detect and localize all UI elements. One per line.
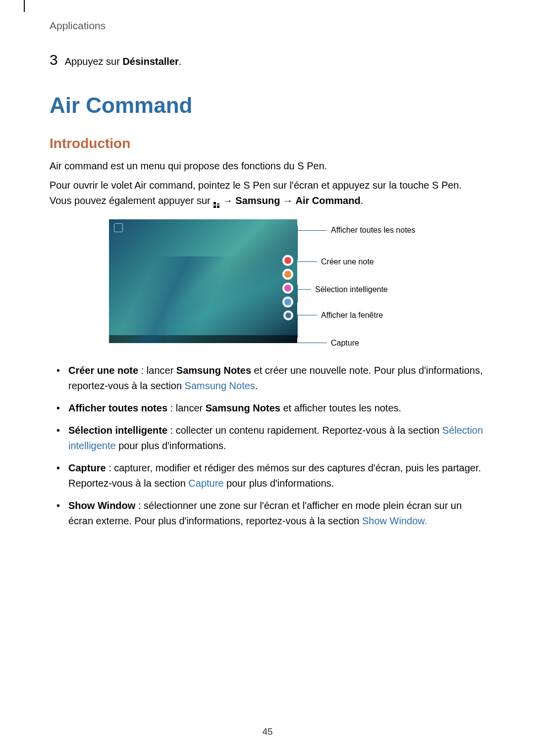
bullet-bold: Afficher toutes notes: [68, 403, 167, 413]
callout-show-window: Afficher la fenêtre: [297, 310, 383, 320]
bullet-bold: Samsung Notes: [176, 365, 251, 376]
step-text: Appuyez sur Désinstaller.: [65, 53, 182, 67]
callout-leader-line: [297, 315, 317, 315]
figure-wrap: Afficher toutes les notes Créer une note…: [109, 219, 426, 343]
fab-smart-select-icon: [282, 283, 293, 294]
callout-leader-line: [297, 343, 327, 343]
intro-p2-end: .: [361, 195, 364, 206]
intro-p2-arrow2: →: [280, 195, 295, 206]
callout-leader-line: [297, 261, 317, 262]
bullet-text: pour plus d'informations.: [116, 440, 226, 451]
bullet-bold: Sélection intelligente: [68, 425, 167, 436]
link-capture[interactable]: Capture: [188, 478, 223, 489]
callout-label: Afficher toutes les notes: [327, 225, 415, 235]
step-prefix: Appuyez sur: [65, 56, 123, 67]
callout-leader-line: [297, 230, 327, 231]
fab-create-note-icon: [282, 255, 293, 266]
fab-all-notes-icon: [282, 269, 293, 280]
step-3: 3 Appuyez sur Désinstaller.: [50, 51, 485, 68]
bullet-text: : lancer: [138, 365, 176, 376]
callout-all-notes: Afficher toutes les notes: [297, 225, 415, 235]
bullet-text: : collecter un contenu rapidement. Repor…: [167, 425, 442, 436]
step-bold: Désinstaller: [122, 56, 178, 67]
bullet-bold: Samsung Notes: [206, 403, 280, 413]
callout-create-note: Créer une note: [297, 257, 374, 266]
callout-label: Afficher la fenêtre: [317, 310, 383, 320]
intro-p2-arrow1: →: [220, 195, 235, 206]
intro-p2-aircommand: Air Command: [296, 195, 361, 206]
callout-label: Capture: [327, 338, 359, 348]
feature-list: Créer une note : lancer Samsung Notes et…: [50, 363, 485, 529]
list-item: Créer une note : lancer Samsung Notes et…: [54, 363, 485, 394]
fab-capture-icon: [283, 310, 293, 320]
list-item: Afficher toutes notes : lancer Samsung N…: [54, 401, 485, 416]
intro-paragraph-2: Pour ouvrir le volet Air command, pointe…: [50, 178, 485, 208]
bullet-text: et afficher toutes les notes.: [280, 403, 401, 413]
step-suffix: .: [179, 56, 182, 67]
heading-introduction: Introduction: [50, 136, 485, 151]
step-number: 3: [50, 51, 58, 68]
link-show-window[interactable]: Show Window.: [362, 515, 427, 526]
bullet-bold: Créer une note: [68, 365, 138, 376]
apps-grid-icon: [214, 202, 219, 208]
fab-show-window-icon: [282, 297, 293, 307]
list-item: Capture : capturer, modifier et rédiger …: [54, 460, 485, 491]
bullet-bold: Capture: [68, 462, 106, 473]
page-content: Applications 3 Appuyez sur Désinstaller.…: [0, 0, 535, 565]
bullet-text: : lancer: [167, 403, 206, 413]
bullet-bold: Show Window: [68, 500, 135, 511]
widget-icon: [114, 223, 123, 232]
page-tab-marker: [24, 0, 25, 12]
bullet-text: .: [255, 380, 258, 391]
list-item: Show Window : sélectionner une zone sur …: [54, 498, 485, 529]
page-number: 45: [0, 726, 535, 737]
callout-label: Sélection intelligente: [311, 285, 388, 294]
callout-capture: Capture: [297, 338, 359, 348]
heading-air-command: Air Command: [50, 93, 485, 118]
link-samsung-notes[interactable]: Samsung Notes: [185, 380, 255, 391]
callout-leader-line: [297, 289, 311, 290]
callout-smart-select: Sélection intelligente: [297, 285, 388, 294]
callout-label: Créer une note: [317, 257, 374, 266]
figure-area: Afficher toutes les notes Créer une note…: [50, 219, 485, 343]
intro-p2-samsung: Samsung: [235, 195, 280, 206]
taskbar: [109, 335, 297, 343]
intro-paragraph-1: Air command est un menu qui propose des …: [50, 158, 485, 174]
list-item: Sélection intelligente : collecter un co…: [54, 423, 485, 454]
section-header: Applications: [50, 20, 485, 32]
bullet-text: pour plus d'informations.: [224, 478, 334, 489]
callout-block: Afficher toutes les notes Créer une note…: [297, 219, 426, 343]
device-screenshot: [109, 219, 297, 343]
